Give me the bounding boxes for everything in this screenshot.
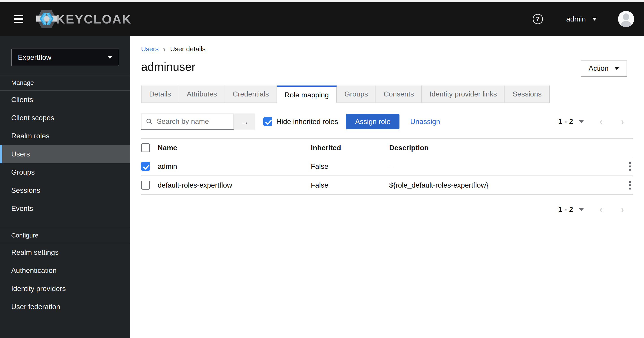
role-mapping-toolbar: → Hide inherited roles Assign role Unass… xyxy=(141,113,633,130)
user-menu-label: admin xyxy=(566,15,586,23)
sidebar-item-realm-roles[interactable]: Realm roles xyxy=(0,127,130,145)
search-input-wrapper xyxy=(141,114,234,130)
sidebar-item-users[interactable]: Users xyxy=(0,145,130,163)
tab-attributes[interactable]: Attributes xyxy=(179,86,225,103)
table-header-row: Name Inherited Description xyxy=(141,138,633,157)
chevron-down-icon xyxy=(592,18,597,20)
action-dropdown-button[interactable]: Action xyxy=(581,60,627,76)
brand-title: KEYCLOAK xyxy=(56,12,132,26)
row-checkbox-default-roles[interactable] xyxy=(141,181,150,190)
sidebar-item-user-federation[interactable]: User federation xyxy=(0,298,130,316)
chevron-down-icon xyxy=(578,208,584,211)
realm-selector-value: Expertflow xyxy=(18,53,51,62)
pagination-range-label: 1 - 2 xyxy=(558,118,573,126)
chevron-down-icon xyxy=(614,67,619,70)
chevron-down-icon xyxy=(108,56,112,59)
sidebar-item-clients[interactable]: Clients xyxy=(0,91,130,109)
role-description-cell: – xyxy=(389,162,622,170)
pagination-next-button[interactable]: › xyxy=(612,205,633,214)
tab-identity-provider-links[interactable]: Identity provider links xyxy=(422,86,505,103)
arrow-right-icon: → xyxy=(240,116,249,127)
hamburger-menu-icon[interactable] xyxy=(14,15,23,23)
breadcrumb: Users › User details xyxy=(141,45,633,53)
pagination-prev-button[interactable]: ‹ xyxy=(590,117,612,126)
search-submit-button[interactable]: → xyxy=(234,114,255,130)
masthead: KEYCLOAK ? admin xyxy=(0,2,644,36)
role-name-cell: default-roles-expertflow xyxy=(158,181,311,189)
tab-bar: Details Attributes Credentials Role mapp… xyxy=(141,86,633,103)
assign-role-button[interactable]: Assign role xyxy=(346,114,400,130)
row-checkbox-admin[interactable] xyxy=(141,162,150,171)
user-menu-dropdown[interactable]: admin xyxy=(566,15,597,23)
column-header-name: Name xyxy=(158,144,311,152)
pagination-bottom: 1 - 2 ‹ › xyxy=(558,205,633,214)
row-kebab-menu-icon[interactable] xyxy=(627,161,633,172)
role-description-cell: ${role_default-roles-expertflow} xyxy=(389,181,622,189)
select-all-checkbox[interactable] xyxy=(141,143,150,152)
breadcrumb-users-link[interactable]: Users xyxy=(141,45,158,53)
action-button-label: Action xyxy=(589,64,608,72)
pagination-range-dropdown[interactable]: 1 - 2 xyxy=(558,206,584,214)
pagination-next-button[interactable]: › xyxy=(612,117,633,126)
chevron-left-icon: ‹ xyxy=(600,117,602,126)
column-header-inherited: Inherited xyxy=(311,144,389,152)
column-header-description: Description xyxy=(389,144,622,152)
chevron-right-icon: › xyxy=(621,205,624,214)
hide-inherited-roles-label[interactable]: Hide inherited roles xyxy=(276,118,338,126)
role-mapping-table: Name Inherited Description admin False –… xyxy=(141,138,633,195)
hide-inherited-roles-control: Hide inherited roles xyxy=(263,117,338,126)
role-name-cell: admin xyxy=(158,162,311,170)
keycloak-logo-icon xyxy=(36,8,57,30)
sidebar-item-client-scopes[interactable]: Client scopes xyxy=(0,109,130,127)
sidebar: Expertflow Manage Clients Client scopes … xyxy=(0,36,130,338)
tab-groups[interactable]: Groups xyxy=(337,86,376,103)
breadcrumb-current: User details xyxy=(170,45,206,53)
sidebar-item-authentication[interactable]: Authentication xyxy=(0,262,130,280)
help-icon[interactable]: ? xyxy=(533,14,543,24)
tab-credentials[interactable]: Credentials xyxy=(225,86,277,103)
pagination-prev-button[interactable]: ‹ xyxy=(590,205,612,214)
hide-inherited-roles-checkbox[interactable] xyxy=(263,117,272,126)
avatar[interactable] xyxy=(618,11,634,27)
tab-role-mapping[interactable]: Role mapping xyxy=(277,86,337,103)
tab-details[interactable]: Details xyxy=(141,86,179,103)
table-row: admin False – xyxy=(141,157,633,176)
sidebar-item-sessions[interactable]: Sessions xyxy=(0,181,130,200)
role-inherited-cell: False xyxy=(311,181,389,189)
chevron-left-icon: ‹ xyxy=(600,205,602,214)
pagination-range-label: 1 - 2 xyxy=(558,206,573,214)
unassign-button[interactable]: Unassign xyxy=(410,118,440,126)
tab-consents[interactable]: Consents xyxy=(376,86,422,103)
sidebar-section-configure: Configure xyxy=(0,228,130,243)
pagination-range-dropdown[interactable]: 1 - 2 xyxy=(558,118,584,126)
realm-selector[interactable]: Expertflow xyxy=(11,48,119,66)
table-row: default-roles-expertflow False ${role_de… xyxy=(141,176,633,195)
chevron-down-icon xyxy=(578,120,584,123)
main-content: Users › User details adminuser Action De… xyxy=(130,36,644,338)
sidebar-item-identity-providers[interactable]: Identity providers xyxy=(0,280,130,298)
row-kebab-menu-icon[interactable] xyxy=(627,180,633,191)
sidebar-item-realm-settings[interactable]: Realm settings xyxy=(0,243,130,262)
sidebar-item-events[interactable]: Events xyxy=(0,200,130,218)
tab-sessions[interactable]: Sessions xyxy=(505,86,550,103)
chevron-right-icon: › xyxy=(621,117,624,126)
chevron-right-icon: › xyxy=(163,45,166,53)
sidebar-section-manage: Manage xyxy=(0,76,130,90)
search-input[interactable] xyxy=(156,117,226,126)
keycloak-logo[interactable]: KEYCLOAK xyxy=(36,8,132,30)
pagination-top: 1 - 2 ‹ › xyxy=(558,117,633,126)
role-inherited-cell: False xyxy=(311,162,389,170)
sidebar-item-groups[interactable]: Groups xyxy=(0,163,130,181)
page-title: adminuser xyxy=(141,60,196,73)
window-top-strip xyxy=(0,0,644,2)
search-icon xyxy=(146,118,153,125)
